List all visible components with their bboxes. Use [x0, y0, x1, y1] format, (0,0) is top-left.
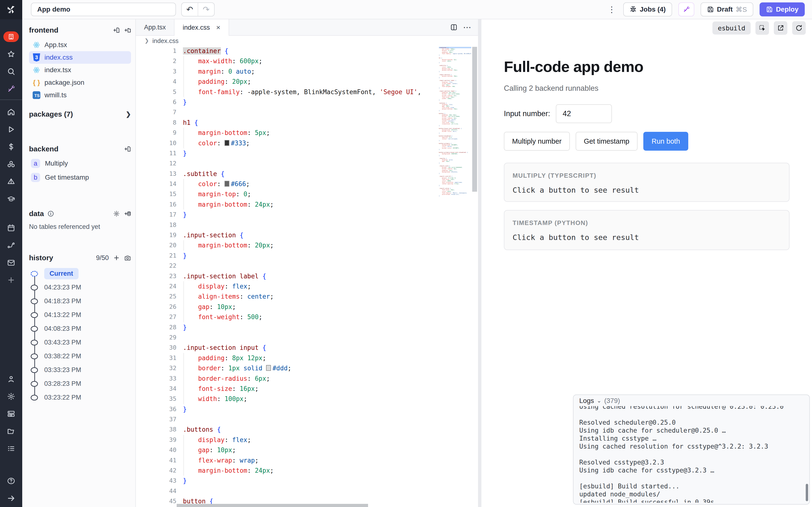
code-line-44[interactable]: 44 [136, 486, 478, 496]
open-external-button[interactable] [774, 21, 788, 35]
code-line-9[interactable]: 9 margin-bottom: 5px; [136, 128, 478, 138]
mail-icon[interactable] [0, 254, 22, 271]
code-line-2[interactable]: 2 max-width: 600px; [136, 56, 478, 66]
file-item-wmill.ts[interactable]: TSwmill.ts [29, 89, 131, 101]
workspace-switcher[interactable] [0, 28, 22, 45]
get-timestamp-button[interactable]: Get timestamp [576, 132, 638, 151]
panel-divider[interactable] [478, 19, 481, 507]
history-entry[interactable]: 04:23:23 PM [29, 281, 131, 294]
code-line-4[interactable]: 4 padding: 20px; [136, 76, 478, 87]
logs-body[interactable]: Using cached resolution for scheduler@ 0… [579, 406, 801, 503]
code-line-32[interactable]: 32 border: 1px solid #ddd; [136, 363, 478, 373]
vertical-scrollbar[interactable] [471, 46, 478, 507]
code-line-39[interactable]: 39 display: flex; [136, 435, 478, 445]
deploy-button[interactable]: Deploy [760, 2, 805, 16]
code-line-29[interactable]: 29 [136, 332, 478, 343]
jobs-button[interactable]: Jobs (4) [623, 2, 672, 16]
tab-index-css[interactable]: index.css × [174, 19, 229, 36]
history-entry[interactable]: 03:43:23 PM [29, 336, 131, 349]
code-line-41[interactable]: 41 flex-wrap: wrap; [136, 455, 478, 465]
code-line-42[interactable]: 42 margin-bottom: 24px; [136, 465, 478, 475]
info-icon[interactable] [47, 210, 54, 217]
code-line-16[interactable]: 16 margin-bottom: 24px; [136, 200, 478, 210]
code-line-5[interactable]: 5 font-family: -apple-system, BlinkMacSy… [136, 87, 478, 97]
code-area[interactable]: 1.container {2 max-width: 600px;3 margin… [136, 46, 478, 507]
workers-icon[interactable] [0, 405, 22, 422]
code-line-15[interactable]: 15 margin-top: 0; [136, 189, 478, 199]
logs-scrollbar-thumb[interactable] [806, 484, 808, 501]
code-line-26[interactable]: 26 gap: 10px; [136, 302, 478, 312]
refresh-button[interactable] [792, 21, 806, 35]
add-snapshot-button[interactable] [113, 255, 120, 261]
redo-button[interactable]: ↷ [198, 3, 214, 16]
split-editor-icon[interactable] [450, 23, 458, 31]
code-line-35[interactable]: 35 width: 100px; [136, 394, 478, 404]
multiply-number-button[interactable]: Multiply number [504, 132, 570, 151]
history-current[interactable]: Current [29, 267, 131, 281]
favorites-star-icon[interactable] [0, 45, 22, 63]
undo-button[interactable]: ↶ [182, 3, 198, 16]
code-line-17[interactable]: 17} [136, 210, 478, 220]
flows-route-icon[interactable] [0, 237, 22, 254]
data-settings-gear-icon[interactable] [113, 210, 120, 217]
code-line-33[interactable]: 33 border-radius: 6px; [136, 374, 478, 384]
packages-section-header[interactable]: packages (7) ❯ [29, 110, 131, 118]
breadcrumb[interactable]: ❯ index.css [136, 36, 478, 46]
code-line-24[interactable]: 24 display: flex; [136, 281, 478, 291]
runnable-item-multiply[interactable]: aMultiply [29, 157, 131, 170]
resources-cubes-icon[interactable] [0, 156, 22, 173]
add-table-button[interactable] [124, 210, 131, 217]
user-icon[interactable] [0, 370, 22, 388]
horizontal-scrollbar[interactable] [176, 504, 368, 507]
more-options-kebab-icon[interactable]: ⋮ [606, 5, 617, 14]
help-icon[interactable] [0, 472, 22, 490]
add-runnable-button[interactable] [124, 146, 131, 152]
code-line-43[interactable]: 43} [136, 475, 478, 486]
history-entry[interactable]: 03:23:22 PM [29, 391, 131, 404]
add-plus-icon[interactable] [0, 271, 22, 289]
add-file-button[interactable] [113, 27, 120, 34]
code-line-31[interactable]: 31 padding: 8px 12px; [136, 353, 478, 363]
code-line-23[interactable]: 23.input-section label { [136, 271, 478, 281]
inspect-select-button[interactable] [755, 21, 769, 35]
code-line-10[interactable]: 10 color: #333; [136, 138, 478, 148]
draft-button[interactable]: Draft ⌘S [701, 2, 753, 16]
code-line-22[interactable]: 22 [136, 261, 478, 271]
history-entry[interactable]: 04:13:22 PM [29, 308, 131, 322]
code-line-30[interactable]: 30.input-section input { [136, 343, 478, 353]
code-line-8[interactable]: 8h1 { [136, 118, 478, 128]
code-line-18[interactable]: 18 [136, 220, 478, 230]
file-item-package.json[interactable]: { }package.json [29, 76, 131, 89]
runs-play-icon[interactable] [0, 121, 22, 138]
add-folder-button[interactable] [124, 27, 131, 34]
history-entry[interactable]: 03:33:23 PM [29, 363, 131, 377]
code-line-27[interactable]: 27 font-weight: 500; [136, 312, 478, 322]
learn-graduation-icon[interactable] [0, 190, 22, 208]
code-line-7[interactable]: 7 [136, 107, 478, 117]
settings-gear-icon[interactable] [0, 388, 22, 405]
history-entry[interactable]: 04:18:23 PM [29, 294, 131, 308]
code-line-40[interactable]: 40 gap: 10px; [136, 445, 478, 455]
app-name-input[interactable] [31, 3, 176, 16]
code-line-1[interactable]: 1.container { [136, 46, 478, 56]
code-line-11[interactable]: 11} [136, 148, 478, 158]
code-line-14[interactable]: 14 color: #666; [136, 179, 478, 189]
code-line-34[interactable]: 34 font-size: 16px; [136, 384, 478, 394]
code-line-37[interactable]: 37 [136, 414, 478, 425]
code-line-19[interactable]: 19.input-section { [136, 230, 478, 240]
ai-assistant-button[interactable] [678, 2, 694, 16]
code-line-6[interactable]: 6} [136, 97, 478, 107]
minimap[interactable]: .container { max-width: 600px; margin: 0… [438, 46, 471, 507]
logs-header[interactable]: Logs ⌄ (379) [579, 397, 620, 405]
file-item-index.tsx[interactable]: index.tsx [29, 64, 131, 76]
chevron-right-icon[interactable]: ❯ [126, 111, 131, 118]
code-line-12[interactable]: 12 [136, 158, 478, 169]
code-line-36[interactable]: 36} [136, 404, 478, 414]
code-line-28[interactable]: 28} [136, 322, 478, 332]
folders-icon[interactable] [0, 422, 22, 440]
file-item-App.tsx[interactable]: App.tsx [29, 39, 131, 51]
runnable-item-get-timestamp[interactable]: bGet timestamp [29, 170, 131, 184]
number-input[interactable] [556, 104, 612, 123]
tab-app-tsx[interactable]: App.tsx [136, 19, 174, 35]
code-line-3[interactable]: 3 margin: 0 auto; [136, 66, 478, 76]
